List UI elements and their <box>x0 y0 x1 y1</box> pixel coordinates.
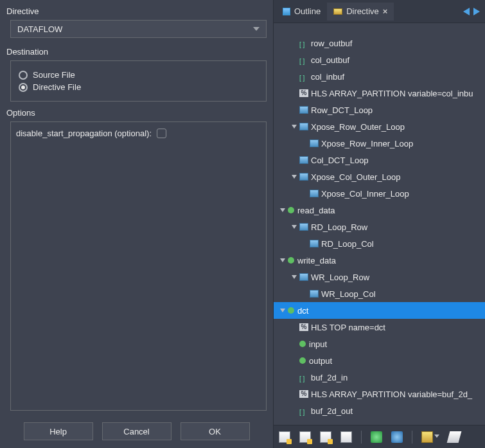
tree-item-label: HLS ARRAY_PARTITION variable=col_inbu <box>311 89 473 98</box>
tree-row[interactable]: RD_Loop_Row <box>274 219 485 235</box>
loop-icon <box>299 223 308 231</box>
tree-item-label: col_outbuf <box>311 55 349 65</box>
tree-item-label: col_inbuf <box>311 72 344 82</box>
loop-icon <box>310 139 319 147</box>
separator <box>412 431 412 444</box>
tree-item-label: Row_DCT_Loop <box>311 105 373 115</box>
tree-item-label: output <box>309 356 332 366</box>
tab-bar: Outline Directive × <box>274 0 485 23</box>
option-disable-label: disable_start_propagation (optional): <box>16 129 152 138</box>
tree-row[interactable]: RD_Loop_Col <box>274 235 485 252</box>
tree-item-label: write_data <box>297 256 336 265</box>
loop-icon <box>299 106 308 114</box>
radio-label: Source File <box>33 70 75 80</box>
tree-item-label: WR_Loop_Row <box>311 273 369 282</box>
tree-row[interactable]: Row_DCT_Loop <box>274 102 485 118</box>
tab-outline[interactable]: Outline <box>276 3 327 21</box>
bracket-icon <box>299 373 308 381</box>
tree-row[interactable]: write_data <box>274 252 485 269</box>
options-label: Options <box>6 108 267 118</box>
percent-icon <box>299 323 308 331</box>
destination-label: Destination <box>6 47 267 57</box>
directive-combo[interactable]: DATAFLOW <box>10 20 267 38</box>
close-icon[interactable]: × <box>383 6 388 16</box>
chevron-down-icon <box>434 435 439 440</box>
tree-row[interactable]: Xpose_Row_Inner_Loop <box>274 135 485 152</box>
outline-icon <box>283 8 290 15</box>
expand-icon[interactable] <box>279 206 287 214</box>
separator <box>361 431 362 444</box>
tree-row[interactable]: HLS ARRAY_PARTITION variable=col_inbu <box>274 85 485 102</box>
eraser-icon[interactable] <box>447 431 462 443</box>
cancel-button[interactable]: Cancel <box>102 422 172 440</box>
tab-label: Outline <box>294 6 321 16</box>
tree-item-label: RD_Loop_Col <box>321 239 374 249</box>
tree-row[interactable]: Xpose_Col_Outer_Loop <box>274 168 485 185</box>
directive-value: DATAFLOW <box>17 24 62 34</box>
tree-row[interactable]: Col_DCT_Loop <box>274 152 485 168</box>
tree-row[interactable]: HLS ARRAY_PARTITION variable=buf_2d_ <box>274 386 485 402</box>
folder-icon <box>421 431 433 443</box>
green-action-icon[interactable] <box>371 431 382 443</box>
tree-row[interactable]: WR_Loop_Col <box>274 285 485 302</box>
expand-icon[interactable] <box>290 173 298 181</box>
new-doc-icon-3[interactable] <box>320 431 331 443</box>
directive-tree[interactable]: row_outbufcol_outbufcol_inbufHLS ARRAY_P… <box>274 23 485 425</box>
tree-row[interactable]: buf_2d_in <box>274 369 485 386</box>
expand-icon[interactable] <box>290 273 298 281</box>
bracket-icon <box>299 56 308 64</box>
radio-label: Directive File <box>33 82 81 92</box>
expand-icon[interactable] <box>290 223 298 231</box>
expand-icon[interactable] <box>279 307 287 314</box>
tree-row[interactable]: col_outbuf <box>274 51 485 68</box>
expand-icon[interactable] <box>279 256 287 264</box>
tree-row[interactable]: WR_Loop_Row <box>274 269 485 285</box>
loop-icon <box>299 273 308 281</box>
tree-row[interactable]: buf_2d_out <box>274 402 485 419</box>
tree-item-label: HLS TOP name=dct <box>311 323 385 332</box>
tree-row[interactable]: row_outbuf <box>274 35 485 51</box>
options-group: disable_start_propagation (optional): <box>10 121 267 411</box>
disable-start-propagation-checkbox[interactable] <box>157 129 166 138</box>
tree-item-label: dct <box>297 306 308 316</box>
tree-row[interactable]: Xpose_Row_Outer_Loop <box>274 118 485 135</box>
directive-label: Directive <box>6 6 267 16</box>
percent-icon <box>299 390 308 398</box>
new-doc-icon[interactable] <box>279 431 290 443</box>
tab-directive[interactable]: Directive × <box>327 3 394 21</box>
yellow-dropdown[interactable] <box>421 431 439 443</box>
tree-row[interactable]: output <box>274 352 485 369</box>
help-button[interactable]: Help <box>24 422 93 440</box>
tree-item-label: read_data <box>297 206 335 215</box>
blue-action-icon[interactable] <box>391 431 403 443</box>
expand-icon[interactable] <box>290 123 298 130</box>
bracket-icon <box>299 407 308 415</box>
tree-row[interactable]: Xpose_Col_Inner_Loop <box>274 185 485 202</box>
radio-directive-file[interactable]: Directive File <box>19 82 258 92</box>
ok-button[interactable]: OK <box>181 422 250 440</box>
func-icon <box>288 207 294 213</box>
radio-icon <box>19 83 28 92</box>
doc-icon[interactable] <box>340 431 352 443</box>
nav-forward-icon[interactable] <box>473 8 480 15</box>
tree-item-label: buf_2d_out <box>311 406 353 416</box>
tree-item-label: Xpose_Col_Inner_Loop <box>321 189 409 199</box>
func-icon <box>299 341 306 347</box>
new-doc-icon-2[interactable] <box>299 431 311 443</box>
radio-source-file[interactable]: Source File <box>19 70 258 80</box>
tree-row[interactable]: dct <box>274 302 485 319</box>
tree-item-label: Xpose_Row_Outer_Loop <box>311 122 405 132</box>
tree-row[interactable]: read_data <box>274 202 485 219</box>
loop-icon <box>310 190 319 197</box>
loop-icon <box>310 290 319 298</box>
tree-item-label: Col_DCT_Loop <box>311 156 369 165</box>
tree-row[interactable]: input <box>274 336 485 352</box>
tree-row[interactable]: col_inbuf <box>274 68 485 85</box>
tree-item-label: RD_Loop_Row <box>311 222 367 232</box>
tree-item-label: input <box>309 339 327 349</box>
nav-back-icon[interactable] <box>463 8 470 15</box>
loop-icon <box>299 123 308 130</box>
tree-row[interactable]: HLS TOP name=dct <box>274 319 485 336</box>
radio-icon <box>19 71 28 80</box>
destination-group: Source File Directive File <box>10 60 267 102</box>
